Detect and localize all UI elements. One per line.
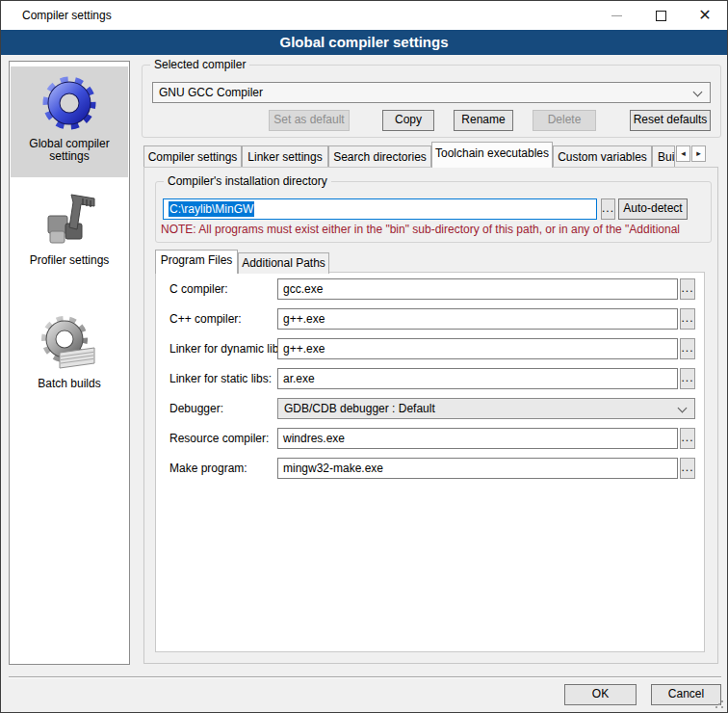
- make-program-input[interactable]: mingw32-make.exe: [277, 458, 678, 479]
- installation-directory-input[interactable]: C:\raylib\MinGW: [163, 198, 597, 220]
- installation-directory-browse-button[interactable]: ...: [601, 198, 615, 220]
- resize-grip[interactable]: [715, 700, 724, 709]
- make-program-label: Make program:: [169, 458, 247, 479]
- linker-static-browse-button[interactable]: ...: [680, 368, 695, 389]
- make-program-browse-button[interactable]: ...: [680, 458, 695, 479]
- installation-directory-legend: Compiler's installation directory: [164, 174, 331, 188]
- sidebar-item-label: Global compiler settings: [11, 136, 128, 169]
- installation-directory-value: C:\raylib\MinGW: [169, 201, 254, 217]
- compiler-settings-dialog: Compiler settings ✕ Global compiler sett…: [0, 0, 728, 713]
- maximize-button[interactable]: [644, 3, 677, 28]
- title-bar: Compiler settings ✕: [1, 1, 727, 30]
- linker-static-input[interactable]: ar.exe: [277, 368, 678, 389]
- window-title: Compiler settings: [22, 9, 112, 22]
- c-compiler-input[interactable]: gcc.exe: [277, 278, 678, 300]
- cancel-button[interactable]: Cancel: [651, 684, 721, 705]
- debugger-select-value: GDB/CDB debugger : Default: [284, 402, 435, 415]
- arrow-right-icon: ▸: [696, 148, 701, 158]
- compiler-select[interactable]: GNU GCC Compiler: [152, 82, 711, 103]
- subtab-program-files[interactable]: Program Files: [155, 250, 238, 274]
- c-compiler-label: C compiler:: [169, 278, 228, 300]
- ok-button[interactable]: OK: [564, 684, 637, 705]
- dialog-header: Global compiler settings: [1, 30, 727, 55]
- tab-linker-settings[interactable]: Linker settings: [242, 145, 328, 168]
- linker-dynamic-input[interactable]: g++.exe: [277, 338, 678, 359]
- sidebar-item-batch-builds[interactable]: Batch builds: [11, 306, 128, 408]
- chevron-down-icon: [693, 88, 703, 97]
- debugger-select[interactable]: GDB/CDB debugger : Default: [277, 398, 695, 419]
- linker-static-label: Linker for static libs:: [169, 368, 272, 389]
- caliper-icon: [39, 189, 100, 251]
- chevron-down-icon: [678, 404, 688, 413]
- cpp-compiler-browse-button[interactable]: ...: [680, 308, 695, 330]
- footer-separator: [9, 676, 721, 678]
- gear-stack-icon: [39, 312, 100, 374]
- c-compiler-browse-button[interactable]: ...: [680, 278, 695, 300]
- tab-scroll-left-button[interactable]: ◂: [676, 145, 690, 162]
- tab-toolchain-executables[interactable]: Toolchain executables: [431, 142, 553, 168]
- debugger-label: Debugger:: [169, 398, 223, 419]
- resource-compiler-label: Resource compiler:: [169, 428, 269, 449]
- gear-blue-icon: [39, 72, 100, 134]
- tab-scroll-right-button[interactable]: ▸: [691, 145, 706, 162]
- subtab-additional-paths[interactable]: Additional Paths: [238, 252, 329, 274]
- sidebar-item-label: Profiler settings: [11, 252, 128, 273]
- sidebar-item-label: Batch builds: [11, 376, 128, 396]
- tab-compiler-settings[interactable]: Compiler settings: [143, 145, 242, 168]
- tab-custom-variables[interactable]: Custom variables: [553, 145, 652, 168]
- resource-compiler-browse-button[interactable]: ...: [680, 428, 695, 449]
- copy-button[interactable]: Copy: [382, 110, 434, 131]
- close-button[interactable]: ✕: [689, 3, 721, 28]
- tab-build-options[interactable]: Build options: [652, 145, 675, 168]
- auto-detect-button[interactable]: Auto-detect: [618, 198, 688, 220]
- linker-dynamic-browse-button[interactable]: ...: [680, 338, 695, 359]
- settings-category-list: Global compiler settings Profiler settin…: [9, 61, 130, 665]
- selected-compiler-legend: Selected compiler: [150, 58, 249, 71]
- set-as-default-button: Set as default: [269, 110, 350, 131]
- installation-note: NOTE: All programs must exist either in …: [161, 223, 710, 236]
- sidebar-item-global-compiler-settings[interactable]: Global compiler settings: [11, 66, 128, 177]
- reset-defaults-button[interactable]: Reset defaults: [630, 110, 711, 131]
- resource-compiler-input[interactable]: windres.exe: [277, 428, 678, 449]
- linker-dynamic-label: Linker for dynamic libs:: [169, 338, 288, 359]
- arrow-left-icon: ◂: [681, 148, 686, 158]
- compiler-select-value: GNU GCC Compiler: [159, 86, 263, 99]
- minimize-icon: [611, 15, 622, 16]
- cpp-compiler-input[interactable]: g++.exe: [277, 308, 678, 330]
- cpp-compiler-label: C++ compiler:: [169, 308, 242, 330]
- maximize-icon: [656, 11, 666, 21]
- delete-button: Delete: [533, 110, 596, 131]
- tab-search-directories[interactable]: Search directories: [328, 145, 431, 168]
- sidebar-item-profiler-settings[interactable]: Profiler settings: [11, 183, 128, 289]
- close-icon: ✕: [698, 7, 711, 23]
- minimize-button: [600, 3, 633, 28]
- rename-button[interactable]: Rename: [454, 110, 513, 131]
